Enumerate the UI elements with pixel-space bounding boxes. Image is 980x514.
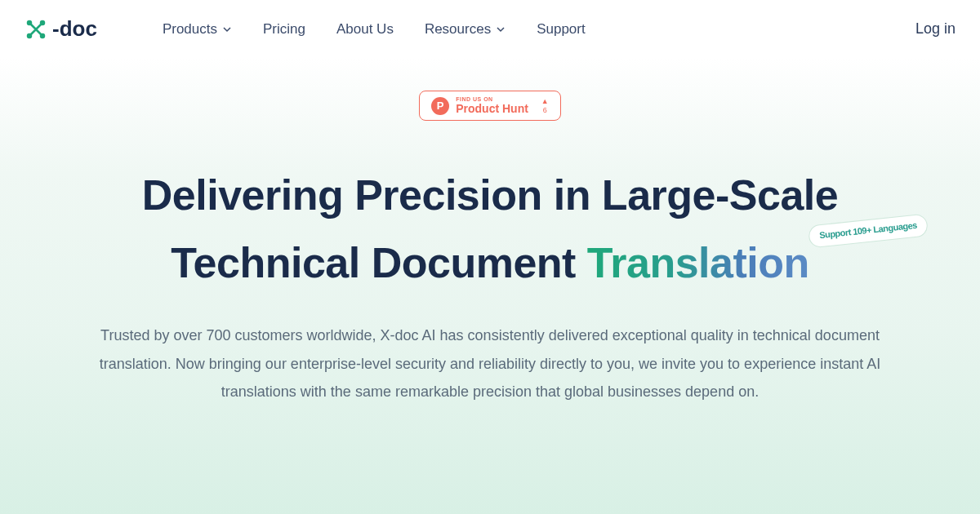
product-hunt-icon: P: [431, 97, 449, 115]
nav-products-label: Products: [163, 21, 217, 38]
svg-point-0: [28, 21, 31, 24]
header: -doc Products Pricing About Us Resources…: [0, 0, 980, 58]
nav-pricing[interactable]: Pricing: [263, 21, 305, 38]
nav-pricing-label: Pricing: [263, 21, 305, 38]
headline-highlight-text: Translation: [587, 239, 809, 286]
nav-support-label: Support: [537, 21, 586, 38]
svg-point-3: [41, 34, 44, 38]
ph-count: 6: [543, 106, 547, 115]
svg-point-2: [28, 34, 31, 38]
ph-name-label: Product Hunt: [456, 103, 528, 115]
nav-products[interactable]: Products: [163, 21, 232, 38]
nav-about-label: About Us: [336, 21, 394, 38]
headline-highlight: TranslationSupport 109+ Languages: [587, 229, 809, 297]
nav-about[interactable]: About Us: [336, 21, 394, 38]
hero-headline: Delivering Precision in Large-Scale Tech…: [49, 162, 931, 297]
product-hunt-text: FIND US ON Product Hunt: [456, 96, 528, 115]
headline-line1: Delivering Precision in Large-Scale: [142, 171, 838, 219]
headline-line2-prefix: Technical Document: [171, 239, 587, 286]
hero-subtitle: Trusted by over 700 customers worldwide,…: [82, 321, 898, 405]
ph-upvote: ▲ 6: [541, 97, 549, 115]
product-hunt-badge[interactable]: P FIND US ON Product Hunt ▲ 6: [419, 91, 561, 121]
main-nav: Products Pricing About Us Resources Supp…: [163, 21, 915, 38]
nav-resources-label: Resources: [425, 21, 491, 38]
nav-resources[interactable]: Resources: [425, 21, 506, 38]
nav-support[interactable]: Support: [537, 21, 586, 38]
hero-section: P FIND US ON Product Hunt ▲ 6 Delivering…: [0, 58, 980, 514]
triangle-up-icon: ▲: [541, 97, 549, 106]
chevron-down-icon: [222, 24, 232, 34]
chevron-down-icon: [496, 24, 506, 34]
logo-icon: [24, 18, 47, 41]
svg-point-1: [41, 21, 44, 24]
login-link[interactable]: Log in: [915, 20, 956, 38]
language-badge: Support 109+ Languages: [808, 214, 929, 249]
logo-text: -doc: [52, 16, 97, 42]
logo[interactable]: -doc: [24, 16, 97, 42]
